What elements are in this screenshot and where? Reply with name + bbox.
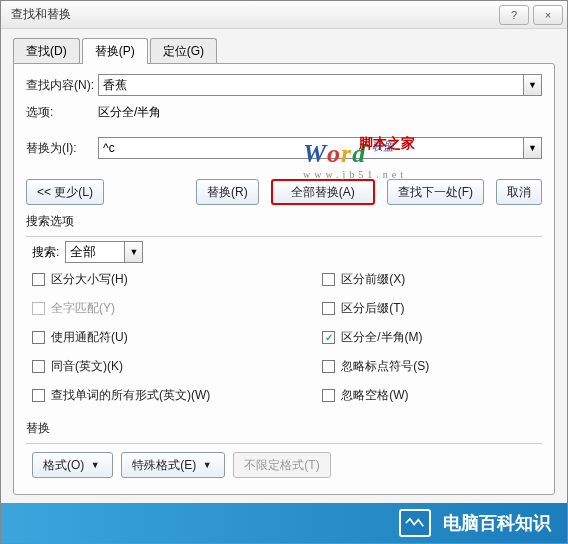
ignore-space-checkbox[interactable]: 忽略空格(W) (322, 387, 540, 404)
replace-row: 替换为(I): ▼ 脚本之家 Word联盟 www.jb51.net (26, 137, 542, 159)
search-select[interactable] (65, 241, 125, 263)
close-button[interactable]: × (533, 5, 563, 25)
left-column: 区分大小写(H) 全字匹配(Y) 使用通配符(U) 同音(英文)(K) 查找单词… (32, 271, 322, 404)
footer-text: 电脑百科知识 (443, 511, 551, 535)
window-title: 查找和替换 (11, 6, 495, 23)
match-prefix-checkbox[interactable]: 区分前缀(X) (322, 271, 540, 288)
tab-find[interactable]: 查找(D) (13, 38, 80, 64)
options-value: 区分全/半角 (98, 104, 161, 121)
find-label: 查找内容(N): (26, 77, 98, 94)
search-direction: 搜索: ▼ (32, 241, 542, 263)
format-buttons: 格式(O)▼ 特殊格式(E)▼ 不限定格式(T) (32, 452, 542, 478)
tab-replace[interactable]: 替换(P) (82, 38, 148, 64)
right-column: 区分前缀(X) 区分后缀(T) 区分全/半角(M) 忽略标点符号(S) 忽略空格… (322, 271, 540, 404)
whole-word-checkbox: 全字匹配(Y) (32, 300, 322, 317)
window-controls: ? × (495, 5, 567, 25)
tabs: 查找(D) 替换(P) 定位(G) (1, 29, 567, 63)
replace-label: 替换为(I): (26, 140, 98, 157)
action-buttons: << 更少(L) 替换(R) 全部替换(A) 查找下一处(F) 取消 (26, 179, 542, 205)
match-width-checkbox[interactable]: 区分全/半角(M) (322, 329, 540, 346)
tab-panel: 查找内容(N): ▼ 选项: 区分全/半角 替换为(I): ▼ 脚本之家 Wor… (13, 63, 555, 495)
ignore-punct-checkbox[interactable]: 忽略标点符号(S) (322, 358, 540, 375)
footer-bar: 电脑百科知识 (1, 503, 567, 543)
footer-logo-icon (399, 509, 431, 537)
find-dropdown-button[interactable]: ▼ (524, 74, 542, 96)
search-options-label: 搜索选项 (26, 213, 542, 230)
special-button[interactable]: 特殊格式(E)▼ (121, 452, 225, 478)
search-label: 搜索: (32, 244, 59, 261)
wildcards-checkbox[interactable]: 使用通配符(U) (32, 329, 322, 346)
options-row: 选项: 区分全/半角 (26, 104, 542, 121)
tab-goto[interactable]: 定位(G) (150, 38, 217, 64)
format-button[interactable]: 格式(O)▼ (32, 452, 113, 478)
find-row: 查找内容(N): ▼ (26, 74, 542, 96)
find-next-button[interactable]: 查找下一处(F) (387, 179, 484, 205)
replace-all-button[interactable]: 全部替换(A) (271, 179, 375, 205)
cancel-button[interactable]: 取消 (496, 179, 542, 205)
replace-dropdown-button[interactable]: ▼ (524, 137, 542, 159)
search-select-dropdown[interactable]: ▼ (125, 241, 143, 263)
match-suffix-checkbox[interactable]: 区分后缀(T) (322, 300, 540, 317)
word-forms-checkbox[interactable]: 查找单词的所有形式(英文)(W) (32, 387, 322, 404)
titlebar: 查找和替换 ? × (1, 1, 567, 29)
help-button[interactable]: ? (499, 5, 529, 25)
replace-input[interactable] (98, 137, 524, 159)
find-input[interactable] (98, 74, 524, 96)
sounds-like-checkbox[interactable]: 同音(英文)(K) (32, 358, 322, 375)
replace-section-label: 替换 (26, 420, 542, 437)
less-button[interactable]: << 更少(L) (26, 179, 104, 205)
options-label: 选项: (26, 104, 98, 121)
find-replace-dialog: 查找和替换 ? × 查找(D) 替换(P) 定位(G) 查找内容(N): ▼ 选… (0, 0, 568, 544)
no-format-button: 不限定格式(T) (233, 452, 330, 478)
match-case-checkbox[interactable]: 区分大小写(H) (32, 271, 322, 288)
checkbox-columns: 区分大小写(H) 全字匹配(Y) 使用通配符(U) 同音(英文)(K) 查找单词… (32, 271, 540, 404)
replace-button[interactable]: 替换(R) (196, 179, 259, 205)
